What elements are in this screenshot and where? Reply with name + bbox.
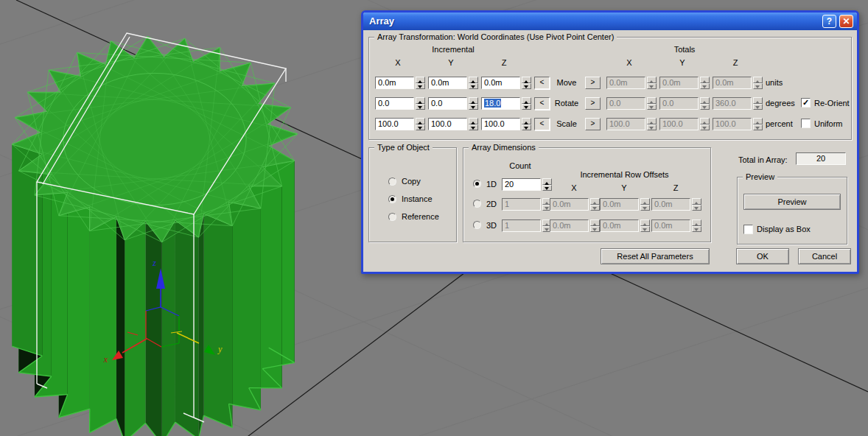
2d-count-field[interactable]: 1: [502, 198, 552, 211]
ok-button[interactable]: OK: [736, 248, 789, 264]
spinner-up-button[interactable]: [416, 77, 425, 83]
scale-inc-y-field[interactable]: 100.0: [428, 118, 478, 130]
spinner-down-button[interactable]: [416, 124, 425, 131]
scale-total-x-field[interactable]: 100.0: [606, 118, 657, 130]
spinner-up-button[interactable]: [522, 118, 531, 124]
move-inc-y-field[interactable]: 0.0m: [428, 77, 478, 89]
spinner-down-button[interactable]: [542, 185, 552, 191]
spinner-up-button[interactable]: [640, 219, 650, 226]
spinner-down-button[interactable]: [753, 104, 763, 110]
spinner-down-button[interactable]: [700, 124, 710, 131]
spinner-down-button[interactable]: [469, 104, 478, 110]
spinner-up-button[interactable]: [469, 77, 478, 83]
spinner-up-button[interactable]: [753, 77, 763, 83]
spinner-down-button[interactable]: [416, 104, 425, 110]
spinner-up-button[interactable]: [522, 97, 531, 104]
dialog-titlebar[interactable]: Array ? ✕: [363, 13, 857, 30]
2d-offset-x-field[interactable]: 0.0m: [550, 198, 600, 211]
spinner-down-button[interactable]: [700, 83, 710, 90]
reorient-checkbox[interactable]: ✓: [801, 98, 811, 108]
spinner-down-button[interactable]: [590, 205, 600, 211]
close-button[interactable]: ✕: [839, 15, 853, 28]
move-left-arrow-button[interactable]: <: [534, 77, 550, 89]
rotate-inc-x-field[interactable]: 0.0: [375, 97, 425, 110]
cancel-button[interactable]: Cancel: [798, 248, 851, 264]
spinner-up-button[interactable]: [469, 118, 478, 124]
spinner-up-button[interactable]: [753, 118, 763, 124]
1d-radio[interactable]: [473, 180, 481, 188]
move-right-arrow-button[interactable]: >: [585, 77, 601, 89]
spinner-up-button[interactable]: [647, 77, 657, 83]
spinner-down-button[interactable]: [590, 226, 600, 233]
3d-offset-x-field[interactable]: 0.0m: [550, 219, 600, 232]
spinner-down-button[interactable]: [753, 83, 763, 90]
help-button[interactable]: ?: [822, 15, 836, 28]
3d-radio[interactable]: [473, 221, 481, 229]
rotate-total-z-field[interactable]: 360.0: [713, 97, 763, 110]
spinner-down-button[interactable]: [640, 205, 650, 211]
move-total-z-field[interactable]: 0.0m: [713, 77, 763, 89]
preview-button[interactable]: Preview: [743, 194, 841, 210]
spinner-down-button[interactable]: [469, 124, 478, 131]
spinner-up-button[interactable]: [700, 77, 710, 83]
spinner-up-button[interactable]: [416, 97, 425, 104]
3d-offset-z-field[interactable]: 0.0m: [651, 219, 701, 232]
1d-count-field[interactable]: 20: [502, 178, 552, 191]
spinner-down-button[interactable]: [522, 124, 531, 131]
2d-radio[interactable]: [473, 200, 481, 208]
scale-inc-x-field[interactable]: 100.0: [375, 118, 425, 130]
reference-radio[interactable]: [388, 213, 396, 221]
spinner-up-button[interactable]: [692, 198, 701, 205]
rotate-inc-y-field[interactable]: 0.0: [428, 97, 478, 110]
reset-all-parameters-button[interactable]: Reset All Parameters: [601, 248, 710, 264]
spinner-down-button[interactable]: [522, 104, 531, 110]
2d-offset-y-field[interactable]: 0.0m: [600, 198, 650, 211]
instance-radio-label[interactable]: Instance: [402, 194, 433, 203]
spinner-up-button[interactable]: [700, 118, 710, 124]
scale-total-z-field[interactable]: 100.0: [713, 118, 763, 130]
display-as-box-checkbox[interactable]: [743, 225, 753, 234]
uniform-checkbox[interactable]: [801, 119, 811, 128]
2d-offset-z-field[interactable]: 0.0m: [651, 198, 701, 211]
spinner-down-button[interactable]: [640, 226, 650, 233]
spinner-down-button[interactable]: [647, 124, 657, 131]
instance-radio[interactable]: [388, 195, 396, 203]
spinner-up-button[interactable]: [640, 198, 650, 205]
spinner-up-button[interactable]: [753, 97, 763, 104]
spinner-down-button[interactable]: [416, 83, 425, 90]
scale-right-arrow-button[interactable]: >: [585, 118, 601, 130]
spinner-up-button[interactable]: [647, 118, 657, 124]
spinner-down-button[interactable]: [522, 83, 531, 90]
rotate-left-arrow-button[interactable]: <: [534, 97, 550, 110]
move-total-y-field[interactable]: 0.0m: [659, 77, 710, 89]
2d-radio-label[interactable]: 2D: [486, 200, 497, 208]
spinner-up-button[interactable]: [469, 97, 478, 104]
spinner-down-button[interactable]: [700, 104, 710, 110]
3d-radio-label[interactable]: 3D: [486, 221, 497, 230]
spinner-up-button[interactable]: [647, 97, 657, 104]
spinner-up-button[interactable]: [590, 198, 600, 205]
move-total-x-field[interactable]: 0.0m: [606, 77, 657, 89]
spinner-up-button[interactable]: [700, 97, 710, 104]
spinner-up-button[interactable]: [522, 77, 531, 83]
rotate-total-y-field[interactable]: 0.0: [659, 97, 710, 110]
spinner-down-button[interactable]: [469, 83, 478, 90]
rotate-inc-z-field[interactable]: 18.0: [481, 97, 531, 110]
1d-radio-label[interactable]: 1D: [486, 180, 497, 189]
rotate-total-x-field[interactable]: 0.0: [606, 97, 657, 110]
3d-count-field[interactable]: 1: [502, 219, 552, 232]
copy-radio-label[interactable]: Copy: [402, 177, 421, 186]
gear-object[interactable]: [12, 36, 298, 436]
spinner-up-button[interactable]: [542, 178, 552, 185]
scale-total-y-field[interactable]: 100.0: [659, 118, 710, 130]
spinner-up-button[interactable]: [416, 118, 425, 124]
spinner-up-button[interactable]: [692, 219, 701, 226]
move-inc-x-field[interactable]: 0.0m: [375, 77, 425, 89]
reference-radio-label[interactable]: Reference: [402, 212, 439, 221]
spinner-down-button[interactable]: [647, 104, 657, 110]
spinner-down-button[interactable]: [692, 226, 701, 233]
scale-inc-z-field[interactable]: 100.0: [481, 118, 531, 130]
3d-offset-y-field[interactable]: 0.0m: [600, 219, 650, 232]
scale-left-arrow-button[interactable]: <: [534, 118, 550, 130]
spinner-down-button[interactable]: [753, 124, 763, 131]
